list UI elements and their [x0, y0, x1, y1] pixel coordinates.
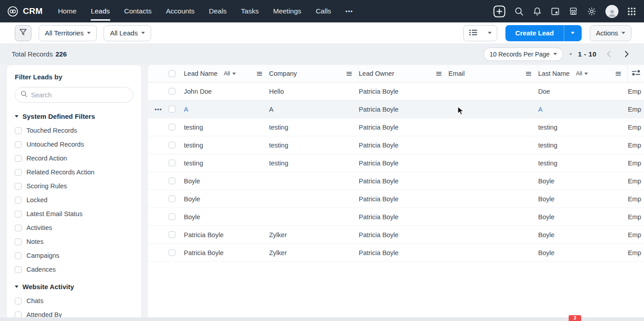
notification-badge[interactable]: 3: [569, 315, 581, 321]
filter-toggle-button[interactable]: [15, 25, 31, 41]
checkbox[interactable]: [15, 127, 22, 134]
marketplace-icon[interactable]: [569, 7, 578, 16]
table-row[interactable]: ••• Patricia Boyle Zylker Patricia Boyle…: [148, 244, 644, 262]
checkbox[interactable]: [15, 239, 22, 245]
checkbox[interactable]: [15, 211, 22, 217]
nav-item-deals[interactable]: Deals: [202, 0, 234, 22]
table-row[interactable]: ••• John Doe Hello Patricia Boyle Doe Em…: [148, 82, 644, 100]
cell-lead-name[interactable]: testing: [184, 160, 269, 167]
brand[interactable]: CRM: [7, 6, 43, 17]
row-checkbox[interactable]: [169, 231, 175, 238]
table-row[interactable]: ••• Patricia Boyle Zylker Patricia Boyle…: [148, 226, 644, 244]
row-checkbox[interactable]: [169, 195, 175, 202]
avatar-icon[interactable]: [605, 5, 618, 18]
calendar-icon[interactable]: [551, 7, 560, 16]
column-menu-icon[interactable]: ≡: [346, 69, 352, 78]
nav-item-home[interactable]: Home: [51, 0, 83, 22]
add-icon[interactable]: [493, 5, 505, 17]
settings-icon[interactable]: [587, 7, 596, 16]
row-checkbox[interactable]: [169, 88, 175, 95]
filter-section-header[interactable]: Website Activity: [15, 283, 133, 291]
create-lead-button[interactable]: Create Lead: [505, 25, 564, 41]
table-row[interactable]: ••• Boyle Patricia Boyle Boyle Emp: [148, 208, 644, 226]
filter-checkbox-item[interactable]: Record Action: [15, 155, 133, 162]
cell-lead-name[interactable]: Patricia Boyle: [184, 231, 269, 239]
cell-lead-name[interactable]: Boyle: [184, 178, 269, 185]
filter-checkbox-item[interactable]: Chats: [15, 297, 133, 304]
filter-checkbox-item[interactable]: Cadences: [15, 266, 133, 273]
table-row[interactable]: ••• Boyle Patricia Boyle Boyle Emp: [148, 190, 644, 208]
actions-dropdown[interactable]: Actions: [590, 25, 631, 41]
checkbox[interactable]: [15, 155, 22, 162]
checkbox[interactable]: [15, 183, 22, 190]
notifications-icon[interactable]: [533, 7, 542, 16]
table-row[interactable]: ••• A A Patricia Boyle A Emp: [148, 100, 644, 118]
cell-lead-name[interactable]: Boyle: [184, 195, 269, 203]
checkbox[interactable]: [15, 252, 22, 259]
row-checkbox[interactable]: [169, 213, 175, 220]
checkbox[interactable]: [15, 197, 22, 204]
search-input[interactable]: [31, 91, 127, 99]
cell-lead-name[interactable]: John Doe: [184, 88, 269, 95]
filter-checkbox-item[interactable]: Activities: [15, 224, 133, 231]
nav-item-contacts[interactable]: Contacts: [117, 0, 159, 22]
nav-item-leads[interactable]: Leads: [84, 0, 117, 22]
nav-item-meetings[interactable]: Meetings: [266, 0, 309, 22]
column-filter-dropdown[interactable]: All: [224, 70, 236, 77]
nav-item-accounts[interactable]: Accounts: [159, 0, 202, 22]
table-row[interactable]: ••• testing testing Patricia Boyle testi…: [148, 154, 644, 172]
filter-checkbox-item[interactable]: Locked: [15, 196, 133, 204]
column-header[interactable]: Lead Name All ≡: [184, 65, 269, 82]
row-checkbox[interactable]: [169, 106, 175, 113]
table-row[interactable]: ••• Boyle Patricia Boyle Boyle Emp: [148, 172, 644, 190]
filter-checkbox-item[interactable]: Untouched Records: [15, 141, 133, 148]
list-view-type-dropdown[interactable]: [463, 25, 497, 41]
row-checkbox[interactable]: [169, 142, 175, 148]
select-all-checkbox[interactable]: [169, 70, 175, 77]
previous-page-button[interactable]: [603, 48, 614, 60]
cell-lead-name[interactable]: Boyle: [184, 213, 269, 221]
filter-checkbox-item[interactable]: Scoring Rules: [15, 182, 133, 190]
cell-lead-name[interactable]: testing: [184, 124, 269, 131]
checkbox[interactable]: [15, 298, 22, 304]
filter-checkbox-item[interactable]: Notes: [15, 238, 133, 245]
filter-section-header[interactable]: System Defined Filters: [15, 113, 133, 120]
row-checkbox[interactable]: [169, 124, 175, 130]
checkbox[interactable]: [15, 141, 22, 148]
column-filter-dropdown[interactable]: All: [576, 70, 588, 77]
row-checkbox[interactable]: [169, 178, 175, 184]
search-icon[interactable]: [514, 7, 524, 16]
records-per-page-dropdown[interactable]: 10 Records Per Page: [483, 48, 563, 61]
cell-lead-name[interactable]: A: [184, 106, 269, 113]
column-settings-button[interactable]: [628, 65, 644, 82]
apps-icon[interactable]: [627, 7, 636, 16]
cell-lead-name[interactable]: testing: [184, 142, 269, 149]
row-checkbox[interactable]: [169, 249, 175, 256]
nav-more-button[interactable]: •••: [338, 0, 360, 22]
column-header[interactable]: Lead Owner ≡: [359, 65, 448, 82]
filter-checkbox-item[interactable]: Touched Records: [15, 127, 133, 134]
column-menu-icon[interactable]: ≡: [435, 69, 442, 78]
column-menu-icon[interactable]: ≡: [615, 69, 622, 78]
nav-item-tasks[interactable]: Tasks: [234, 0, 266, 22]
territories-dropdown[interactable]: All Territories: [39, 25, 97, 41]
column-menu-icon[interactable]: ≡: [525, 69, 532, 78]
column-menu-icon[interactable]: ≡: [256, 69, 263, 78]
leads-view-dropdown[interactable]: All Leads: [104, 25, 151, 41]
filter-checkbox-item[interactable]: Latest Email Status: [15, 210, 133, 217]
filter-checkbox-item[interactable]: Campaigns: [15, 252, 133, 259]
next-page-button[interactable]: [621, 48, 632, 60]
filter-checkbox-item[interactable]: Related Records Action: [15, 169, 133, 176]
column-header[interactable]: Last Name All ≡: [538, 65, 628, 82]
create-lead-more-button[interactable]: [564, 25, 582, 41]
checkbox[interactable]: [15, 225, 22, 231]
row-checkbox[interactable]: [169, 160, 175, 166]
checkbox[interactable]: [15, 169, 22, 176]
table-row[interactable]: ••• testing testing Patricia Boyle testi…: [148, 118, 644, 136]
column-header[interactable]: Company ≡: [269, 65, 359, 82]
checkbox[interactable]: [15, 266, 22, 273]
nav-item-calls[interactable]: Calls: [309, 0, 338, 22]
column-header[interactable]: Email ≡: [448, 65, 538, 82]
table-row[interactable]: ••• testing testing Patricia Boyle testi…: [148, 136, 644, 154]
cell-lead-name[interactable]: Patricia Boyle: [184, 249, 269, 256]
